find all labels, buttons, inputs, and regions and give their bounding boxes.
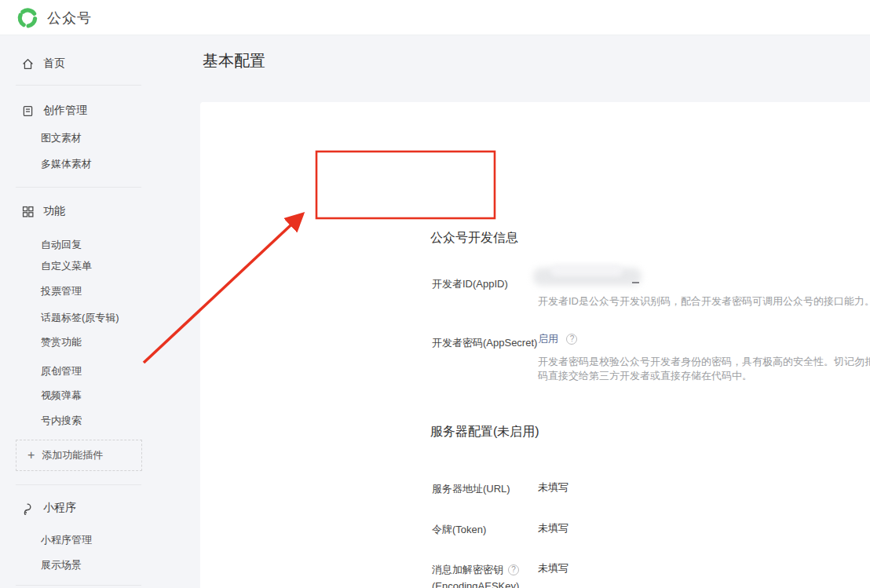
- aeskey-label: 消息加解密密钥? (EncodingAESKey): [432, 561, 538, 588]
- aeskey-label-line1: 消息加解密密钥: [432, 564, 503, 575]
- grid-icon: [21, 205, 35, 218]
- dev-info-section-title: 公众号开发信息: [430, 230, 518, 247]
- sidebar-item-topic-tags[interactable]: 话题标签(原专辑): [41, 311, 119, 325]
- aeskey-value: 未填写: [538, 561, 568, 575]
- document-icon: [21, 104, 35, 118]
- appid-label: 开发者ID(AppID): [432, 276, 538, 292]
- sidebar-item-account-search[interactable]: 号内搜索: [41, 414, 82, 428]
- enable-appsecret-link[interactable]: 启用: [538, 333, 558, 345]
- content-card: 公众号开发信息 开发者ID(AppID) 开发者ID是公众号开发识别码，配合开发…: [200, 102, 870, 588]
- app-title: 公众号: [47, 9, 92, 27]
- server-url-label: 服务器地址(URL): [432, 480, 538, 497]
- page-title: 基本配置: [203, 50, 265, 71]
- sidebar-section-miniprogram[interactable]: 小程序: [21, 501, 76, 515]
- sidebar-item-article-material[interactable]: 图文素材: [41, 131, 82, 145]
- token-label: 令牌(Token): [432, 521, 538, 538]
- plus-icon: +: [27, 449, 35, 462]
- wechat-official-account-logo-icon: [16, 6, 39, 30]
- divider: [16, 187, 141, 188]
- wechat-mp-admin: 公众号 首页 创作管理 图文素材 多媒体素材 功能 自动回复 自定义菜单 投票管: [0, 0, 870, 588]
- appid-description: 开发者ID是公众号开发识别码，配合开发者密码可调用公众号的接口能力。: [538, 294, 870, 309]
- sidebar-item-vote-manage[interactable]: 投票管理: [41, 284, 82, 298]
- token-value: 未填写: [538, 521, 568, 535]
- add-plugin-label: 添加功能插件: [42, 448, 103, 462]
- sidebar-item-display-scene[interactable]: 展示场景: [41, 558, 82, 572]
- sidebar-section-creation[interactable]: 创作管理: [21, 104, 87, 118]
- add-plugin-button[interactable]: + 添加功能插件: [16, 440, 142, 471]
- divider: [16, 484, 141, 485]
- divider: [16, 85, 141, 86]
- help-icon[interactable]: ?: [508, 564, 519, 575]
- sidebar-item-miniprogram-manage[interactable]: 小程序管理: [41, 533, 92, 547]
- sidebar-item-label: 首页: [43, 57, 65, 71]
- aeskey-label-line2: (EncodingAESKey): [432, 580, 519, 588]
- home-icon: [21, 57, 35, 71]
- appsecret-action-row: 启用 ?: [538, 331, 577, 346]
- sidebar-section-label: 功能: [43, 204, 65, 218]
- sidebar-item-home[interactable]: 首页: [21, 57, 65, 71]
- miniprogram-icon: [21, 502, 35, 515]
- help-icon[interactable]: ?: [566, 334, 577, 345]
- sidebar-item-reward[interactable]: 赞赏功能: [41, 335, 82, 349]
- sidebar-section-label: 小程序: [43, 501, 76, 515]
- top-header: 公众号: [0, 0, 870, 35]
- sidebar-item-video-danmu[interactable]: 视频弹幕: [41, 389, 82, 403]
- sidebar-item-auto-reply[interactable]: 自动回复: [41, 238, 82, 252]
- appsecret-description: 开发者密码是校验公众号开发者身份的密码，具有极高的安全性。切记勿把密码直接交给第…: [538, 355, 870, 383]
- server-url-value: 未填写: [538, 480, 568, 495]
- appsecret-label: 开发者密码(AppSecret): [432, 334, 538, 351]
- server-config-section-title: 服务器配置(未启用): [430, 424, 539, 440]
- appid-redacted-highlight: [550, 265, 623, 276]
- sidebar-section-features[interactable]: 功能: [21, 204, 65, 218]
- sidebar-item-media-material[interactable]: 多媒体素材: [41, 157, 92, 171]
- sidebar-item-original-manage[interactable]: 原创管理: [41, 364, 82, 378]
- divider: [16, 585, 141, 586]
- sidebar-section-label: 创作管理: [43, 104, 87, 118]
- appid-redacted-dash: [632, 282, 639, 283]
- sidebar-item-custom-menu[interactable]: 自定义菜单: [41, 259, 92, 273]
